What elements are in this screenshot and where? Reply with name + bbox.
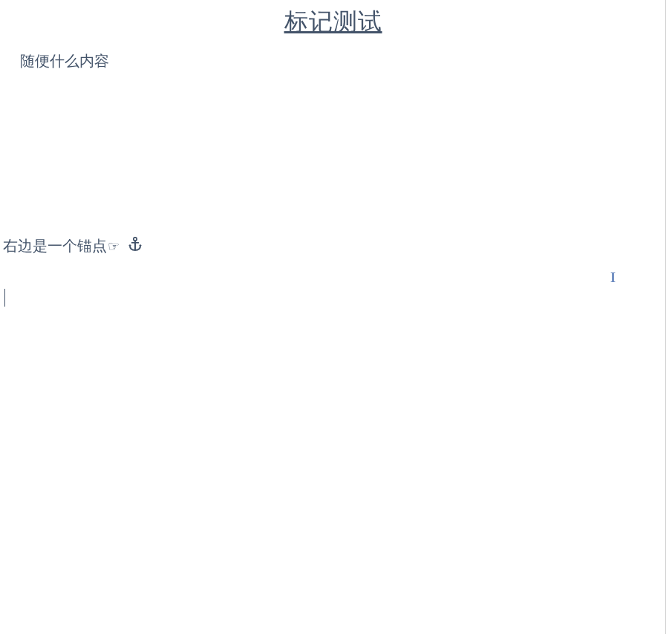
svg-rect-1 [134,241,136,250]
anchor-text[interactable]: 右边是一个锚点 [3,236,107,256]
page-title[interactable]: 标记测试 [0,6,666,39]
document-page[interactable]: 标记测试 随便什么内容 右边是一个锚点 ☞ I [0,0,666,634]
anchor-line[interactable]: 右边是一个锚点 ☞ [3,236,142,256]
text-caret [4,289,5,307]
body-paragraph-1[interactable]: 随便什么内容 [20,51,109,71]
pointing-hand-icon: ☞ [108,238,120,255]
svg-rect-2 [131,242,139,244]
ibeam-cursor-icon: I [610,270,616,286]
anchor-icon[interactable] [128,237,142,255]
svg-point-0 [134,238,137,241]
